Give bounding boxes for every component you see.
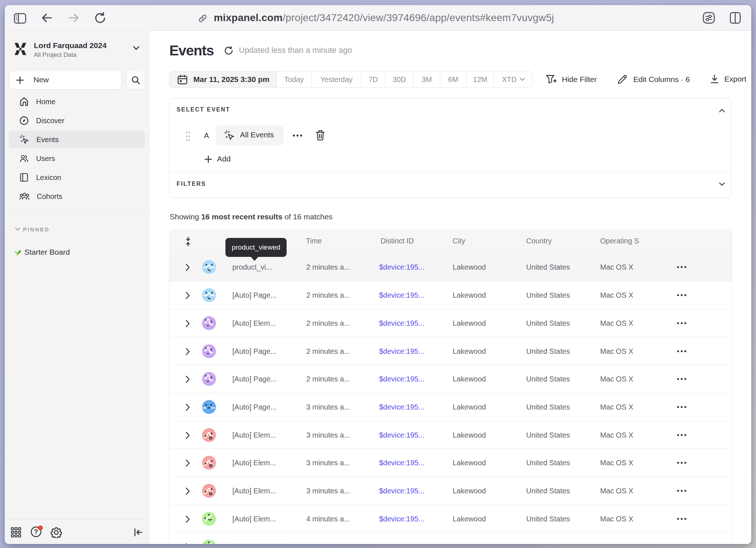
svg-text:?: ? — [34, 528, 38, 536]
